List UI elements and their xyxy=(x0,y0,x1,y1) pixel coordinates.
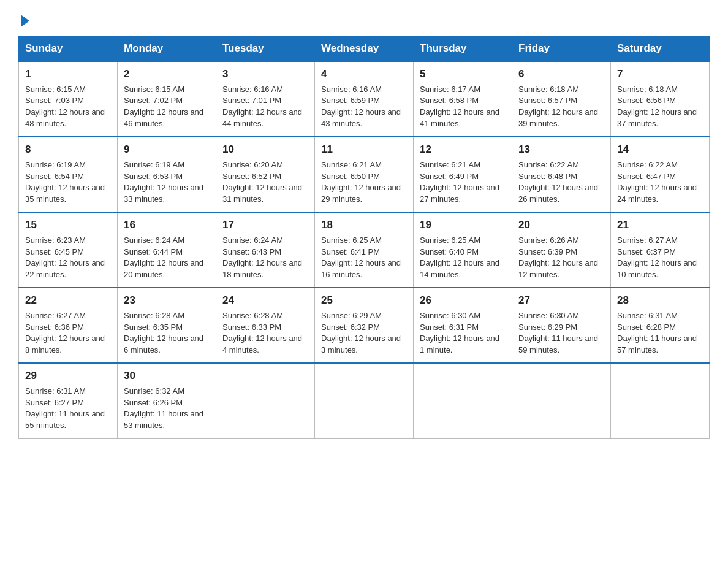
calendar-day-cell: 2 Sunrise: 6:15 AM Sunset: 7:02 PM Dayli… xyxy=(118,61,216,137)
day-info: Sunrise: 6:16 AM Sunset: 6:59 PM Dayligh… xyxy=(321,84,407,130)
day-number: 10 xyxy=(222,142,308,158)
calendar-empty-cell xyxy=(414,363,512,439)
day-number: 1 xyxy=(25,67,111,82)
calendar-header-thursday: Thursday xyxy=(414,36,512,62)
day-info: Sunrise: 6:21 AM Sunset: 6:50 PM Dayligh… xyxy=(321,159,407,205)
day-number: 11 xyxy=(321,142,407,158)
logo-arrow-icon xyxy=(21,15,29,27)
logo xyxy=(18,12,29,25)
page-header xyxy=(18,12,710,25)
day-number: 25 xyxy=(321,293,407,308)
day-number: 22 xyxy=(25,293,111,308)
day-number: 3 xyxy=(222,67,308,82)
day-number: 6 xyxy=(518,67,604,82)
calendar-day-cell: 29 Sunrise: 6:31 AM Sunset: 6:27 PM Dayl… xyxy=(19,363,118,439)
calendar-table: SundayMondayTuesdayWednesdayThursdayFrid… xyxy=(18,36,710,439)
day-info: Sunrise: 6:22 AM Sunset: 6:47 PM Dayligh… xyxy=(617,159,703,205)
day-info: Sunrise: 6:32 AM Sunset: 6:26 PM Dayligh… xyxy=(124,386,210,432)
calendar-day-cell: 19 Sunrise: 6:25 AM Sunset: 6:40 PM Dayl… xyxy=(414,212,512,288)
day-number: 23 xyxy=(124,293,210,308)
day-number: 5 xyxy=(420,67,506,82)
day-info: Sunrise: 6:24 AM Sunset: 6:44 PM Dayligh… xyxy=(124,235,210,281)
day-number: 7 xyxy=(617,67,703,82)
day-info: Sunrise: 6:25 AM Sunset: 6:40 PM Dayligh… xyxy=(420,235,506,281)
day-info: Sunrise: 6:27 AM Sunset: 6:37 PM Dayligh… xyxy=(617,235,703,281)
calendar-day-cell: 13 Sunrise: 6:22 AM Sunset: 6:48 PM Dayl… xyxy=(512,137,611,212)
calendar-day-cell: 7 Sunrise: 6:18 AM Sunset: 6:56 PM Dayli… xyxy=(611,61,710,137)
calendar-day-cell: 18 Sunrise: 6:25 AM Sunset: 6:41 PM Dayl… xyxy=(315,212,414,288)
calendar-day-cell: 6 Sunrise: 6:18 AM Sunset: 6:57 PM Dayli… xyxy=(512,61,611,137)
calendar-day-cell: 3 Sunrise: 6:16 AM Sunset: 7:01 PM Dayli… xyxy=(216,61,315,137)
day-info: Sunrise: 6:25 AM Sunset: 6:41 PM Dayligh… xyxy=(321,235,407,281)
day-info: Sunrise: 6:26 AM Sunset: 6:39 PM Dayligh… xyxy=(518,235,604,281)
calendar-day-cell: 14 Sunrise: 6:22 AM Sunset: 6:47 PM Dayl… xyxy=(611,137,710,212)
day-number: 14 xyxy=(617,142,703,158)
day-info: Sunrise: 6:18 AM Sunset: 6:56 PM Dayligh… xyxy=(617,84,703,130)
calendar-day-cell: 28 Sunrise: 6:31 AM Sunset: 6:28 PM Dayl… xyxy=(611,288,710,363)
calendar-day-cell: 21 Sunrise: 6:27 AM Sunset: 6:37 PM Dayl… xyxy=(611,212,710,288)
day-info: Sunrise: 6:31 AM Sunset: 6:27 PM Dayligh… xyxy=(25,386,111,432)
day-info: Sunrise: 6:28 AM Sunset: 6:33 PM Dayligh… xyxy=(222,310,308,356)
calendar-week-row: 1 Sunrise: 6:15 AM Sunset: 7:03 PM Dayli… xyxy=(19,61,710,137)
calendar-day-cell: 5 Sunrise: 6:17 AM Sunset: 6:58 PM Dayli… xyxy=(414,61,512,137)
calendar-day-cell: 20 Sunrise: 6:26 AM Sunset: 6:39 PM Dayl… xyxy=(512,212,611,288)
day-info: Sunrise: 6:19 AM Sunset: 6:54 PM Dayligh… xyxy=(25,159,111,205)
calendar-week-row: 22 Sunrise: 6:27 AM Sunset: 6:36 PM Dayl… xyxy=(19,288,710,363)
day-number: 20 xyxy=(518,218,604,233)
calendar-header-monday: Monday xyxy=(118,36,216,62)
day-info: Sunrise: 6:18 AM Sunset: 6:57 PM Dayligh… xyxy=(518,84,604,130)
calendar-day-cell: 15 Sunrise: 6:23 AM Sunset: 6:45 PM Dayl… xyxy=(19,212,118,288)
day-info: Sunrise: 6:30 AM Sunset: 6:31 PM Dayligh… xyxy=(420,310,506,356)
day-number: 13 xyxy=(518,142,604,158)
day-info: Sunrise: 6:27 AM Sunset: 6:36 PM Dayligh… xyxy=(25,310,111,356)
calendar-day-cell: 27 Sunrise: 6:30 AM Sunset: 6:29 PM Dayl… xyxy=(512,288,611,363)
calendar-empty-cell xyxy=(512,363,611,439)
calendar-header-wednesday: Wednesday xyxy=(315,36,414,62)
day-info: Sunrise: 6:20 AM Sunset: 6:52 PM Dayligh… xyxy=(222,159,308,205)
day-info: Sunrise: 6:21 AM Sunset: 6:49 PM Dayligh… xyxy=(420,159,506,205)
day-number: 30 xyxy=(124,369,210,384)
day-info: Sunrise: 6:23 AM Sunset: 6:45 PM Dayligh… xyxy=(25,235,111,281)
day-info: Sunrise: 6:22 AM Sunset: 6:48 PM Dayligh… xyxy=(518,159,604,205)
calendar-week-row: 8 Sunrise: 6:19 AM Sunset: 6:54 PM Dayli… xyxy=(19,137,710,212)
day-number: 2 xyxy=(124,67,210,82)
day-number: 16 xyxy=(124,218,210,233)
day-info: Sunrise: 6:30 AM Sunset: 6:29 PM Dayligh… xyxy=(518,310,604,356)
day-number: 19 xyxy=(420,218,506,233)
calendar-day-cell: 16 Sunrise: 6:24 AM Sunset: 6:44 PM Dayl… xyxy=(118,212,216,288)
calendar-empty-cell xyxy=(611,363,710,439)
calendar-day-cell: 30 Sunrise: 6:32 AM Sunset: 6:26 PM Dayl… xyxy=(118,363,216,439)
day-info: Sunrise: 6:28 AM Sunset: 6:35 PM Dayligh… xyxy=(124,310,210,356)
day-info: Sunrise: 6:31 AM Sunset: 6:28 PM Dayligh… xyxy=(617,310,703,356)
day-info: Sunrise: 6:17 AM Sunset: 6:58 PM Dayligh… xyxy=(420,84,506,130)
calendar-day-cell: 23 Sunrise: 6:28 AM Sunset: 6:35 PM Dayl… xyxy=(118,288,216,363)
calendar-day-cell: 24 Sunrise: 6:28 AM Sunset: 6:33 PM Dayl… xyxy=(216,288,315,363)
day-info: Sunrise: 6:16 AM Sunset: 7:01 PM Dayligh… xyxy=(222,84,308,130)
day-info: Sunrise: 6:19 AM Sunset: 6:53 PM Dayligh… xyxy=(124,159,210,205)
day-number: 29 xyxy=(25,369,111,384)
day-info: Sunrise: 6:29 AM Sunset: 6:32 PM Dayligh… xyxy=(321,310,407,356)
calendar-day-cell: 8 Sunrise: 6:19 AM Sunset: 6:54 PM Dayli… xyxy=(19,137,118,212)
calendar-week-row: 29 Sunrise: 6:31 AM Sunset: 6:27 PM Dayl… xyxy=(19,363,710,439)
day-number: 8 xyxy=(25,142,111,158)
day-number: 24 xyxy=(222,293,308,308)
calendar-day-cell: 12 Sunrise: 6:21 AM Sunset: 6:49 PM Dayl… xyxy=(414,137,512,212)
day-number: 15 xyxy=(25,218,111,233)
day-number: 28 xyxy=(617,293,703,308)
calendar-header-saturday: Saturday xyxy=(611,36,710,62)
calendar-day-cell: 17 Sunrise: 6:24 AM Sunset: 6:43 PM Dayl… xyxy=(216,212,315,288)
calendar-day-cell: 1 Sunrise: 6:15 AM Sunset: 7:03 PM Dayli… xyxy=(19,61,118,137)
calendar-empty-cell xyxy=(216,363,315,439)
calendar-empty-cell xyxy=(315,363,414,439)
calendar-day-cell: 25 Sunrise: 6:29 AM Sunset: 6:32 PM Dayl… xyxy=(315,288,414,363)
day-number: 12 xyxy=(420,142,506,158)
calendar-day-cell: 4 Sunrise: 6:16 AM Sunset: 6:59 PM Dayli… xyxy=(315,61,414,137)
day-number: 26 xyxy=(420,293,506,308)
day-number: 18 xyxy=(321,218,407,233)
calendar-header-tuesday: Tuesday xyxy=(216,36,315,62)
calendar-header-sunday: Sunday xyxy=(19,36,118,62)
calendar-week-row: 15 Sunrise: 6:23 AM Sunset: 6:45 PM Dayl… xyxy=(19,212,710,288)
day-number: 21 xyxy=(617,218,703,233)
calendar-day-cell: 26 Sunrise: 6:30 AM Sunset: 6:31 PM Dayl… xyxy=(414,288,512,363)
day-number: 17 xyxy=(222,218,308,233)
